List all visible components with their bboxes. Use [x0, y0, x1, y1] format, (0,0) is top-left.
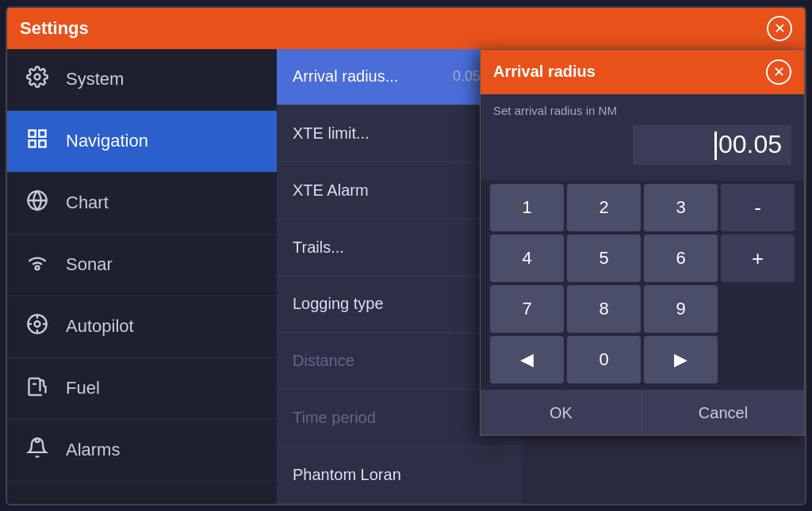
settings-window: Settings ✕ SystemNavigationChartSonarAut… [6, 6, 806, 505]
sidebar-item-autopilot[interactable]: Autopilot [7, 296, 277, 358]
system-icon [23, 66, 52, 93]
numpad-key-4[interactable]: 4 [490, 235, 564, 282]
window-title: Settings [20, 18, 89, 39]
sonar-icon [23, 251, 52, 279]
numpad-key-2[interactable]: 2 [567, 184, 641, 231]
autopilot-icon [23, 313, 52, 341]
content-area: SystemNavigationChartSonarAutopilotFuelA… [7, 49, 805, 504]
numpad-key-3[interactable]: 3 [644, 184, 718, 231]
svg-rect-1 [39, 130, 45, 136]
cancel-button[interactable]: Cancel [642, 391, 804, 435]
sidebar-label-autopilot: Autopilot [66, 316, 134, 337]
numpad-key-0[interactable]: 0 [567, 336, 641, 383]
dialog-body: Set arrival radius in NM 00.05 [481, 94, 804, 181]
dialog-title: Arrival radius [493, 63, 596, 81]
dialog-overlay: Arrival radius ✕ Set arrival radius in N… [253, 49, 805, 504]
svg-rect-2 [39, 140, 45, 147]
dialog-input-row: 00.05 [493, 125, 791, 166]
sidebar: SystemNavigationChartSonarAutopilotFuelA… [7, 49, 277, 504]
sidebar-item-chart[interactable]: Chart [7, 173, 277, 235]
arrival-radius-dialog: Arrival radius ✕ Set arrival radius in N… [480, 49, 805, 437]
svg-point-6 [36, 265, 40, 269]
dialog-input-display: 00.05 [633, 125, 791, 166]
title-bar: Settings ✕ [7, 8, 805, 49]
svg-point-15 [36, 438, 40, 442]
sidebar-item-alarms[interactable]: Alarms [7, 420, 277, 482]
svg-rect-0 [29, 130, 36, 136]
sidebar-label-alarms: Alarms [66, 440, 120, 460]
svg-point-8 [35, 321, 40, 326]
dialog-title-bar: Arrival radius ✕ [481, 50, 804, 94]
dialog-subtitle: Set arrival radius in NM [493, 104, 791, 117]
numpad-key-+[interactable]: + [721, 235, 795, 282]
sidebar-item-sonar[interactable]: Sonar [7, 235, 277, 296]
sidebar-label-chart: Chart [66, 193, 109, 213]
sidebar-label-system: System [66, 69, 124, 90]
numpad-key-5[interactable]: 5 [567, 235, 641, 282]
numpad-key--[interactable]: - [721, 184, 795, 231]
sidebar-item-system[interactable]: System [7, 49, 277, 111]
numpad: 123-456+789◀0▶ [481, 181, 804, 390]
numpad-key-7[interactable]: 7 [490, 285, 564, 333]
numpad-key-6[interactable]: 6 [644, 235, 718, 282]
sidebar-label-sonar: Sonar [66, 254, 113, 275]
navigation-icon [23, 128, 52, 155]
ok-button[interactable]: OK [481, 391, 642, 435]
numpad-key-empty2 [721, 336, 795, 383]
cursor-indicator [714, 132, 717, 160]
numpad-key-empty [721, 285, 795, 333]
chart-icon [23, 189, 52, 217]
input-value: 00.05 [718, 130, 782, 158]
sidebar-label-fuel: Fuel [66, 378, 100, 399]
fuel-icon [23, 375, 52, 402]
numpad-key-1[interactable]: 1 [490, 184, 564, 231]
window-close-button[interactable]: ✕ [767, 16, 792, 41]
svg-rect-3 [29, 140, 36, 147]
numpad-key-◀[interactable]: ◀ [490, 336, 564, 383]
numpad-key-9[interactable]: 9 [644, 285, 718, 333]
alarms-icon [23, 437, 52, 464]
dialog-footer: OK Cancel [481, 390, 804, 435]
sidebar-item-fuel[interactable]: Fuel [7, 358, 277, 420]
numpad-key-8[interactable]: 8 [567, 285, 641, 333]
dialog-close-button[interactable]: ✕ [766, 59, 791, 85]
numpad-key-▶[interactable]: ▶ [644, 336, 718, 383]
sidebar-label-navigation: Navigation [66, 131, 148, 151]
sidebar-item-navigation[interactable]: Navigation [7, 111, 277, 173]
